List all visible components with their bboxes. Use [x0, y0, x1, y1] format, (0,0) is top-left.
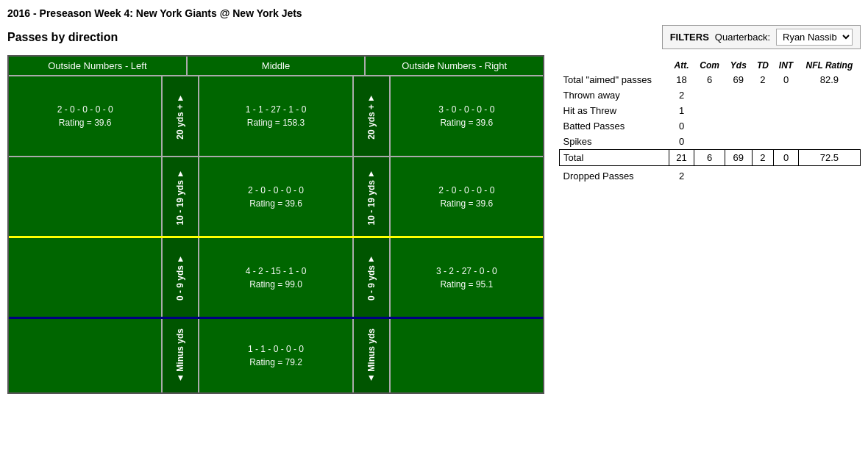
- stat-label-spikes: Spikes: [560, 134, 669, 150]
- stats-row-dropped: Dropped Passes 2: [560, 166, 861, 184]
- stat-label-dropped: Dropped Passes: [560, 166, 669, 184]
- cell-middle-0-9-line1: 4 - 2 - 15 - 1 - 0: [246, 265, 307, 278]
- stats-row-batted: Batted Passes 0: [560, 118, 861, 134]
- yard-label-left-minus: Minus yds: [175, 328, 185, 372]
- quarterback-select[interactable]: Ryan Nassib: [776, 29, 853, 46]
- stat-label-batted: Batted Passes: [560, 118, 669, 134]
- stat-dropped-empty-3: [752, 166, 774, 184]
- cell-right-20plus-line1: 3 - 0 - 0 - 0 - 0: [438, 103, 494, 116]
- field-container: Outside Numbers - Left Middle Outside Nu…: [7, 55, 544, 394]
- stat-com-total: 6: [694, 150, 725, 166]
- stat-td-aimed: 2: [752, 72, 774, 87]
- label-inner-left-0-9: ▲ 0 - 9 yds: [175, 254, 185, 301]
- col-header-rating: NFL Rating: [798, 59, 860, 72]
- label-right-20plus: ▲ 20 yds +: [354, 76, 391, 156]
- cell-right-minus: [391, 319, 543, 392]
- stat-rating-batted: [798, 118, 860, 134]
- section-header: Passes by direction FILTERS Quarterback:…: [7, 25, 861, 49]
- field-row-20plus: 2 - 0 - 0 - 0 - 0 Rating = 39.6 ▲ 20 yds…: [9, 76, 543, 157]
- stat-rating-hit-threw: [798, 103, 860, 118]
- cell-middle-minus-line2: Rating = 79.2: [249, 356, 302, 369]
- stat-label-total: Total: [560, 150, 669, 166]
- stat-td-hit-threw: [752, 103, 774, 118]
- yard-label-right-10-19: 10 - 19 yds: [366, 180, 377, 225]
- label-inner-left-10-19: ▲ 10 - 19 yds: [175, 168, 185, 225]
- label-inner-right-10-19: ▲ 10 - 19 yds: [366, 168, 377, 225]
- stat-td-spikes: [752, 134, 774, 150]
- cell-middle-10-19: 2 - 0 - 0 - 0 - 0 Rating = 39.6: [199, 157, 353, 236]
- stat-att-aimed: 18: [669, 72, 694, 87]
- stat-label-hit-threw: Hit as Threw: [560, 103, 669, 118]
- yard-label-left-20plus: 20 yds +: [175, 104, 185, 140]
- cell-right-10-19-line1: 2 - 0 - 0 - 0 - 0: [438, 184, 494, 197]
- stat-dropped-empty-5: [798, 166, 860, 184]
- yard-label-left-0-9: 0 - 9 yds: [175, 265, 185, 301]
- stats-table: Att. Com Yds TD INT NFL Rating Total "ai…: [559, 59, 861, 184]
- stat-rating-total: 72.5: [798, 150, 860, 166]
- stat-yds-hit-threw: [725, 103, 753, 118]
- stats-row-thrown-away: Thrown away 2: [560, 87, 861, 103]
- col-header-right: Outside Numbers - Right: [366, 57, 543, 75]
- col-header-com: Com: [694, 59, 725, 72]
- label-left-10-19: ▲ 10 - 19 yds: [163, 157, 199, 236]
- stat-att-spikes: 0: [669, 134, 694, 150]
- yard-label-right-0-9: 0 - 9 yds: [366, 265, 377, 301]
- stat-td-thrown-away: [752, 87, 774, 103]
- stats-panel: Att. Com Yds TD INT NFL Rating Total "ai…: [559, 55, 861, 394]
- arrow-up-right-0-9: ▲: [367, 254, 376, 264]
- stat-att-hit-threw: 1: [669, 103, 694, 118]
- stat-att-batted: 0: [669, 118, 694, 134]
- filters-bar: FILTERS Quarterback: Ryan Nassib: [662, 25, 861, 49]
- label-left-0-9: ▲ 0 - 9 yds: [163, 238, 199, 317]
- col-header-label: [560, 59, 669, 72]
- stat-value-dropped: 2: [669, 166, 694, 184]
- label-inner-left-minus: Minus yds ▼: [175, 328, 185, 384]
- stat-td-total: 2: [752, 150, 774, 166]
- stats-row-hit-threw: Hit as Threw 1: [560, 103, 861, 118]
- stat-com-batted: [694, 118, 725, 134]
- arrow-down-right-minus: ▼: [367, 373, 376, 383]
- stats-header-row: Att. Com Yds TD INT NFL Rating: [560, 59, 861, 72]
- stat-yds-thrown-away: [725, 87, 753, 103]
- label-inner-right-minus: Minus yds ▼: [366, 328, 377, 384]
- stat-int-thrown-away: [774, 87, 798, 103]
- stats-row-aimed: Total "aimed" passes 18 6 69 2 0 82.9: [560, 72, 861, 87]
- label-right-0-9: ▲ 0 - 9 yds: [354, 238, 391, 317]
- stat-label-aimed: Total "aimed" passes: [560, 72, 669, 87]
- field-row-0-9: ▲ 0 - 9 yds 4 - 2 - 15 - 1 - 0 Rating = …: [9, 238, 543, 319]
- stat-rating-aimed: 82.9: [798, 72, 860, 87]
- arrow-up-left-20plus: ▲: [176, 93, 185, 103]
- stat-int-batted: [774, 118, 798, 134]
- cell-right-0-9-line1: 3 - 2 - 27 - 0 - 0: [436, 265, 497, 278]
- stats-row-total: Total 21 6 69 2 0 72.5: [560, 150, 861, 166]
- cell-middle-10-19-line2: Rating = 39.6: [249, 197, 302, 210]
- yard-label-right-20plus: 20 yds +: [366, 104, 377, 140]
- field-row-10-19: ▲ 10 - 19 yds 2 - 0 - 0 - 0 - 0 Rating =…: [9, 157, 543, 238]
- cell-left-0-9: [9, 238, 163, 317]
- stat-int-total: 0: [774, 150, 798, 166]
- cell-middle-0-9-line2: Rating = 99.0: [249, 278, 302, 291]
- cell-middle-0-9: 4 - 2 - 15 - 1 - 0 Rating = 99.0: [199, 238, 353, 317]
- stat-com-hit-threw: [694, 103, 725, 118]
- cell-right-10-19-line2: Rating = 39.6: [440, 197, 493, 210]
- cell-left-minus: [9, 319, 163, 392]
- cell-right-20plus-line2: Rating = 39.6: [440, 116, 493, 129]
- cell-right-20plus: 3 - 0 - 0 - 0 - 0 Rating = 39.6: [391, 76, 543, 156]
- section-title: Passes by direction: [7, 31, 118, 44]
- stat-yds-aimed: 69: [725, 72, 753, 87]
- stat-rating-thrown-away: [798, 87, 860, 103]
- stat-yds-total: 69: [725, 150, 753, 166]
- stat-com-thrown-away: [694, 87, 725, 103]
- main-content: Outside Numbers - Left Middle Outside Nu…: [7, 55, 861, 394]
- arrow-up-left-10-19: ▲: [176, 168, 185, 179]
- label-inner-right-0-9: ▲ 0 - 9 yds: [366, 254, 377, 301]
- cell-left-20plus-line1: 2 - 0 - 0 - 0 - 0: [57, 103, 113, 116]
- cell-left-20plus: 2 - 0 - 0 - 0 - 0 Rating = 39.6: [9, 76, 163, 156]
- cell-right-10-19: 2 - 0 - 0 - 0 - 0 Rating = 39.6: [391, 157, 543, 236]
- cell-right-0-9: 3 - 2 - 27 - 0 - 0 Rating = 95.1: [391, 238, 543, 317]
- yard-label-right-minus: Minus yds: [366, 328, 377, 372]
- qb-label: Quarterback:: [715, 32, 770, 43]
- stats-row-spikes: Spikes 0: [560, 134, 861, 150]
- label-left-minus: Minus yds ▼: [163, 319, 199, 392]
- stat-td-batted: [752, 118, 774, 134]
